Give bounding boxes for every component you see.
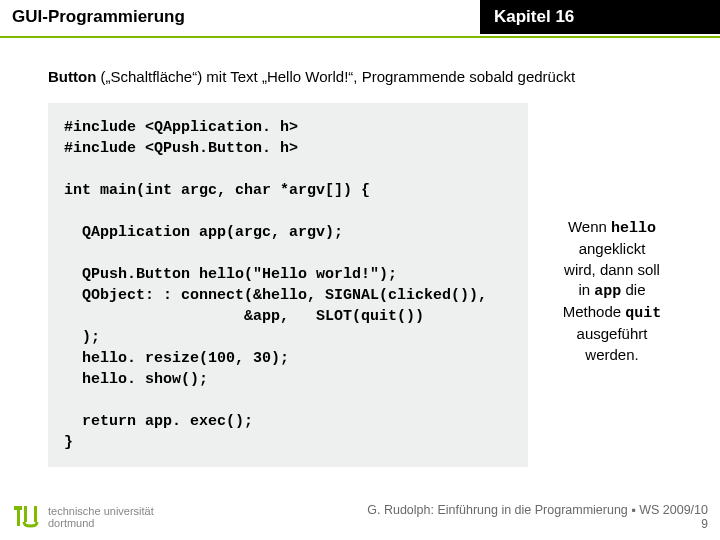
uni-line2: dortmund: [48, 517, 94, 529]
university-name: technische universität dortmund: [48, 505, 154, 529]
note-l6: ausgeführt: [577, 325, 648, 342]
note-l2: angeklickt: [579, 240, 646, 257]
code-block: #include <QApplication. h> #include <QPu…: [48, 103, 528, 467]
intro-bold: Button: [48, 68, 96, 85]
note-l1a: Wenn: [568, 218, 611, 235]
page-number: 9: [367, 517, 708, 531]
header-left: GUI-Programmierung: [0, 0, 480, 34]
note-l7: werden.: [585, 346, 638, 363]
intro-rest: („Schaltfläche“) mit Text „Hello World!“…: [96, 68, 575, 85]
note-l4a: in: [578, 281, 594, 298]
uni-line1: technische universität: [48, 505, 154, 517]
note-app: app: [594, 283, 621, 300]
slide-content: Button („Schaltfläche“) mit Text „Hello …: [0, 38, 720, 467]
svg-rect-2: [24, 506, 27, 522]
credit-text: G. Rudolph: Einführung in die Programmie…: [367, 503, 708, 517]
svg-rect-1: [17, 506, 20, 526]
university-logo: technische universität dortmund: [12, 502, 154, 532]
note-l5a: Methode: [563, 303, 626, 320]
code-row: #include <QApplication. h> #include <QPu…: [48, 103, 688, 467]
svg-rect-3: [34, 506, 37, 522]
note-hello: hello: [611, 220, 656, 237]
intro-text: Button („Schaltfläche“) mit Text „Hello …: [48, 68, 688, 85]
footer-credit: G. Rudolph: Einführung in die Programmie…: [367, 503, 708, 531]
footer: technische universität dortmund G. Rudol…: [0, 502, 720, 532]
header-right: Kapitel 16: [480, 0, 720, 34]
note-quit: quit: [625, 305, 661, 322]
side-note: Wenn hello angeklickt wird, dann soll in…: [542, 217, 682, 365]
note-l4c: die: [621, 281, 645, 298]
note-l3: wird, dann soll: [564, 261, 660, 278]
tu-logo-icon: [12, 502, 42, 532]
slide-header: GUI-Programmierung Kapitel 16: [0, 0, 720, 34]
